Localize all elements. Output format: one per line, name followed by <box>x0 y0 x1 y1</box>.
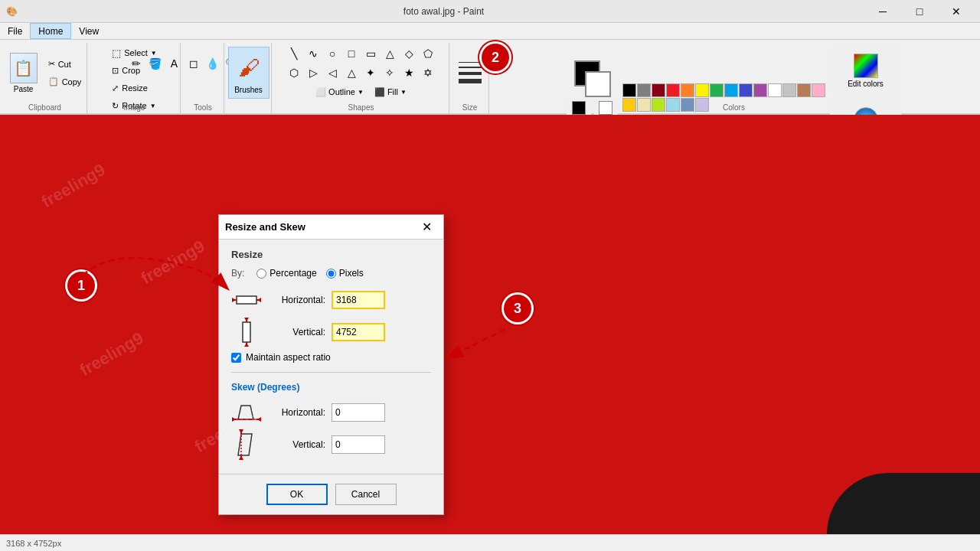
palette-color-5[interactable] <box>695 83 709 97</box>
diamond-tool[interactable]: ◇ <box>400 44 418 63</box>
status-text: 3168 x 4752px <box>6 539 61 548</box>
triangle-tool[interactable]: △ <box>381 44 399 63</box>
skew-horizontal-icon <box>231 400 262 425</box>
left-arrow-tool[interactable]: ◁ <box>323 64 341 82</box>
rounded-rect-tool[interactable]: ▭ <box>361 44 380 63</box>
watermark-2: freeling9 <box>138 236 208 289</box>
clipboard-buttons: ✂ Cut 📋 Copy <box>44 56 86 90</box>
fill-tool[interactable]: 🪣 <box>146 54 165 73</box>
palette-color-2[interactable] <box>652 83 665 97</box>
size-line-3[interactable] <box>459 72 482 75</box>
star5-tool[interactable]: ★ <box>400 64 418 82</box>
cut-label: Cut <box>58 60 71 69</box>
vertical-input[interactable] <box>332 323 385 341</box>
color-picker-tool[interactable]: 💧 <box>204 54 222 73</box>
copy-button[interactable]: 📋 Copy <box>44 73 86 90</box>
cut-button[interactable]: ✂ Cut <box>44 56 86 73</box>
copy-icon: 📋 <box>48 77 59 86</box>
brushes-group: 🖌 Brushes <box>226 43 272 113</box>
outline-dropdown: ▼ <box>358 89 364 96</box>
menu-view[interactable]: View <box>71 23 106 39</box>
brushes-button[interactable]: 🖌 Brushes <box>228 47 270 99</box>
right-arrow-tool[interactable]: ▷ <box>304 64 322 82</box>
size-content <box>456 44 485 112</box>
skew-h-icon-svg <box>232 401 261 424</box>
outline-button[interactable]: ⬜ Outline ▼ <box>312 83 368 100</box>
curve-tool[interactable]: ∿ <box>304 44 322 63</box>
resize-icon: ⤢ <box>112 83 119 93</box>
app-icon: 🎨 <box>6 6 18 17</box>
svg-rect-7 <box>243 322 250 342</box>
pixels-radio[interactable] <box>326 269 336 279</box>
percentage-option[interactable]: Percentage <box>256 268 316 279</box>
skew-vertical-input[interactable] <box>332 435 385 454</box>
svg-marker-6 <box>257 298 261 302</box>
dialog-close-button[interactable]: ✕ <box>416 218 437 236</box>
palette-color-6[interactable] <box>710 83 724 97</box>
skew-horizontal-input[interactable] <box>332 403 385 422</box>
palette-color-4[interactable] <box>681 83 694 97</box>
watermark-3: freeling9 <box>77 328 147 380</box>
pixels-option[interactable]: Pixels <box>326 268 364 279</box>
paste-button[interactable]: 📋 Paste <box>5 47 43 99</box>
star4-tool[interactable]: ✧ <box>381 64 399 82</box>
brushes-label: Brushes <box>234 86 263 94</box>
minimize-button[interactable]: ─ <box>865 0 900 23</box>
hexagon-tool[interactable]: ⬡ <box>285 64 303 82</box>
palette-color-8[interactable] <box>739 83 753 97</box>
outline-icon: ⬜ <box>315 87 326 97</box>
svg-marker-16 <box>232 417 236 422</box>
maintain-aspect-ratio-row: Maintain aspect ratio <box>231 352 431 363</box>
size-label: Size <box>451 103 488 112</box>
dialog-title: Resize and Skew <box>225 221 416 233</box>
cancel-button[interactable]: Cancel <box>335 484 397 505</box>
palette-color-12[interactable] <box>797 83 811 97</box>
tools-group: ✏ 🪣 A ◻ 💧 🔍 Tools <box>182 43 224 113</box>
step2-ribbon-circle: 2 <box>482 44 509 71</box>
edit-colors-button[interactable]: Edit colors <box>830 44 901 96</box>
ok-button[interactable]: OK <box>266 484 328 505</box>
close-button[interactable]: ✕ <box>939 0 974 23</box>
canvas-area[interactable]: freeling9 freeling9 freeling9 freeling9 … <box>0 115 980 551</box>
maximize-button[interactable]: □ <box>902 0 937 23</box>
up-arrow-tool[interactable]: △ <box>342 64 361 82</box>
palette-color-13[interactable] <box>812 83 825 97</box>
fill-button[interactable]: ⬛ Fill ▼ <box>371 83 410 100</box>
paint-canvas: freeling9 freeling9 freeling9 freeling9 <box>0 115 980 534</box>
colors-group: Color1 Color2 Edit colors <box>491 43 977 113</box>
brushes-content: 🖌 Brushes <box>228 44 270 112</box>
svg-marker-23 <box>239 455 243 460</box>
palette-color-3[interactable] <box>666 83 680 97</box>
palette-color-10[interactable] <box>768 83 782 97</box>
color2-box[interactable] <box>585 71 611 97</box>
by-label: By: <box>231 268 244 279</box>
cut-icon: ✂ <box>48 59 55 69</box>
horizontal-input[interactable] <box>332 291 385 309</box>
step3-label: 3 <box>514 301 521 317</box>
size-line-2[interactable] <box>459 67 482 68</box>
palette-color-11[interactable] <box>782 83 796 97</box>
four-arrow-tool[interactable]: ✦ <box>361 64 380 82</box>
text-tool[interactable]: A <box>165 54 184 73</box>
shapes-content: ╲ ∿ ○ □ ▭ △ ◇ ⬠ ⬡ ▷ ◁ △ ✦ ✧ ★ ✡ ⬜ Out <box>285 44 437 112</box>
line-tool[interactable]: ╲ <box>285 44 303 63</box>
rect-tool[interactable]: □ <box>342 44 361 63</box>
size-line-4[interactable] <box>459 79 482 83</box>
pentagon-tool[interactable]: ⬠ <box>419 44 437 63</box>
window-title: foto awal.jpg - Paint <box>22 6 865 17</box>
skew-section-label: Skew (Degrees) <box>231 382 431 393</box>
oval-tool[interactable]: ○ <box>323 44 341 63</box>
palette-color-9[interactable] <box>753 83 767 97</box>
eraser-tool[interactable]: ◻ <box>185 54 203 73</box>
palette-color-7[interactable] <box>724 83 738 97</box>
pencil-tool[interactable]: ✏ <box>127 54 145 73</box>
maintain-aspect-ratio-checkbox[interactable] <box>231 353 241 363</box>
size-line-1[interactable] <box>459 62 482 63</box>
fill-label: Fill <box>387 87 398 96</box>
palette-color-0[interactable] <box>622 83 636 97</box>
menu-file[interactable]: File <box>0 23 30 39</box>
menu-home[interactable]: Home <box>30 23 71 39</box>
palette-color-1[interactable] <box>637 83 651 97</box>
star6-tool[interactable]: ✡ <box>419 64 437 82</box>
percentage-radio[interactable] <box>256 269 266 279</box>
